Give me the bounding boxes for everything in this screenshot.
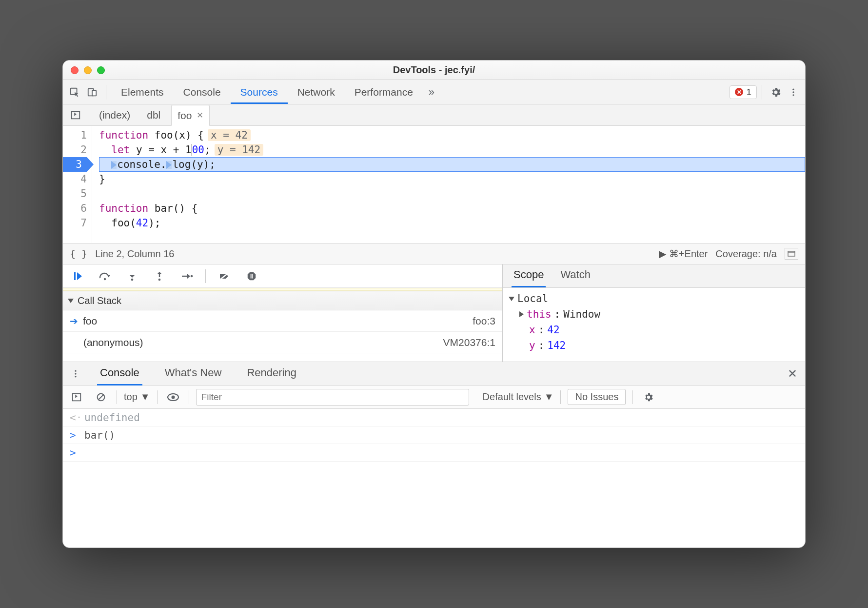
frame-location: VM20376:1 (443, 337, 495, 348)
stack-frame[interactable]: ➔foofoo:3 (63, 310, 502, 332)
debugger-pane: Call Stack ➔foofoo:3(anonymous)VM20376:1… (63, 264, 805, 362)
tab-performance[interactable]: Performance (345, 80, 423, 104)
context-selector[interactable]: top ▼ (124, 391, 150, 403)
line-number[interactable]: 3 (63, 157, 87, 172)
svg-point-11 (131, 278, 134, 281)
output-chevron-icon: <· (70, 412, 79, 424)
issues-label: No Issues (575, 391, 618, 402)
scope-tabbar: ScopeWatch (503, 264, 805, 288)
settings-gear-icon[interactable] (767, 83, 785, 101)
console-body[interactable]: <·undefined>bar()> (63, 409, 805, 547)
coverage-label[interactable]: Coverage: n/a (715, 248, 777, 260)
zoom-window-icon[interactable] (97, 66, 105, 74)
error-counter[interactable]: ✕ 1 (730, 85, 757, 99)
svg-point-3 (792, 88, 794, 90)
file-tab-index[interactable]: (index) (93, 104, 136, 125)
file-tab-dbl[interactable]: dbl (141, 104, 166, 125)
scope-tab-watch[interactable]: Watch (558, 263, 592, 287)
levels-label: Default levels (483, 391, 541, 403)
console-text: bar() (84, 429, 115, 441)
svg-point-5 (792, 94, 794, 96)
svg-point-19 (75, 376, 76, 377)
main-tabbar: ElementsConsoleSourcesNetworkPerformance… (63, 80, 805, 104)
step-out-icon[interactable] (151, 267, 168, 285)
issues-button[interactable]: No Issues (568, 389, 626, 405)
code-editor[interactable]: 1234567 function foo(x) {x = 42 let y = … (63, 126, 805, 243)
console-sidebar-toggle-icon[interactable] (68, 388, 85, 406)
code-line[interactable]: console.log(y); (99, 157, 805, 172)
more-panels-icon[interactable]: » (423, 83, 440, 101)
scope-property[interactable]: this: Window (509, 306, 799, 322)
step-icon[interactable] (178, 267, 196, 285)
drawer-kebab-icon[interactable] (67, 365, 84, 383)
pretty-print-icon[interactable]: { } (70, 248, 87, 260)
property-value: Window (563, 306, 600, 322)
clear-console-icon[interactable] (92, 388, 110, 406)
pause-exceptions-icon[interactable] (243, 267, 260, 285)
svg-point-10 (104, 278, 106, 280)
property-name: this (527, 306, 552, 322)
code-line[interactable]: let y = x + 100;y = 142 (99, 142, 805, 157)
close-icon[interactable]: ✕ (197, 110, 203, 121)
chevron-down-icon: ▼ (544, 391, 554, 403)
drawer-tab-console[interactable]: Console (97, 362, 142, 385)
code-lines[interactable]: function foo(x) {x = 42 let y = x + 100;… (92, 126, 805, 243)
deactivate-breakpoints-icon[interactable] (216, 267, 233, 285)
inspect-element-icon[interactable] (66, 83, 83, 101)
step-into-icon[interactable] (123, 267, 141, 285)
tab-sources[interactable]: Sources (231, 80, 288, 104)
console-row: <·undefined (63, 409, 805, 426)
callstack-header[interactable]: Call Stack (63, 291, 502, 310)
line-number[interactable]: 1 (63, 128, 87, 142)
stack-frame[interactable]: (anonymous)VM20376:1 (63, 332, 502, 353)
live-expression-icon[interactable] (164, 388, 182, 406)
console-prompt[interactable]: > (63, 444, 805, 462)
show-sidebar-icon[interactable] (785, 248, 798, 260)
drawer-tab-what-s-new[interactable]: What's New (162, 362, 225, 385)
line-number[interactable]: 7 (63, 216, 87, 230)
show-navigator-icon[interactable] (67, 106, 84, 124)
tab-console[interactable]: Console (174, 80, 231, 104)
scope-body[interactable]: Localthis: Windowx: 42y: 142 (503, 288, 805, 356)
line-number[interactable]: 5 (63, 186, 87, 201)
run-snippet-label[interactable]: ▶ ⌘+Enter (659, 248, 708, 260)
file-tab-foo[interactable]: foo✕ (171, 105, 210, 126)
resume-icon[interactable] (69, 267, 86, 285)
code-line[interactable] (99, 186, 805, 201)
line-number[interactable]: 4 (63, 172, 87, 186)
code-line[interactable]: function foo(x) {x = 42 (99, 128, 805, 142)
line-number[interactable]: 2 (63, 142, 87, 157)
tab-network[interactable]: Network (288, 80, 345, 104)
line-gutter[interactable]: 1234567 (63, 126, 92, 243)
property-value: 42 (547, 322, 559, 338)
chevron-down-icon (68, 299, 74, 303)
minimize-window-icon[interactable] (84, 66, 92, 74)
svg-point-18 (75, 373, 76, 374)
code-line[interactable]: } (99, 172, 805, 186)
step-over-icon[interactable] (96, 267, 114, 285)
scope-property[interactable]: y: 142 (509, 338, 799, 353)
kebab-menu-icon[interactable] (785, 83, 802, 101)
close-drawer-icon[interactable]: ✕ (784, 365, 801, 383)
error-icon: ✕ (735, 88, 743, 96)
chevron-right-icon (519, 311, 524, 317)
scope-section[interactable]: Local (509, 291, 799, 306)
svg-rect-20 (73, 393, 81, 401)
inline-value-hint: y = 142 (215, 144, 264, 156)
tab-elements[interactable]: Elements (111, 80, 174, 104)
error-count: 1 (746, 87, 751, 98)
scope-tab-scope[interactable]: Scope (512, 263, 546, 287)
file-tab-label: dbl (147, 109, 160, 121)
property-value: 142 (547, 338, 566, 353)
device-toolbar-icon[interactable] (83, 83, 101, 101)
code-line[interactable]: foo(42); (99, 216, 805, 230)
console-settings-gear-icon[interactable] (640, 388, 657, 406)
close-window-icon[interactable] (71, 66, 79, 74)
filter-input[interactable] (196, 389, 469, 405)
scope-property[interactable]: x: 42 (509, 322, 799, 338)
context-label: top (124, 391, 138, 403)
drawer-tab-rendering[interactable]: Rendering (244, 362, 299, 385)
levels-selector[interactable]: Default levels ▼ (483, 391, 554, 403)
line-number[interactable]: 6 (63, 201, 87, 216)
code-line[interactable]: function bar() { (99, 201, 805, 216)
